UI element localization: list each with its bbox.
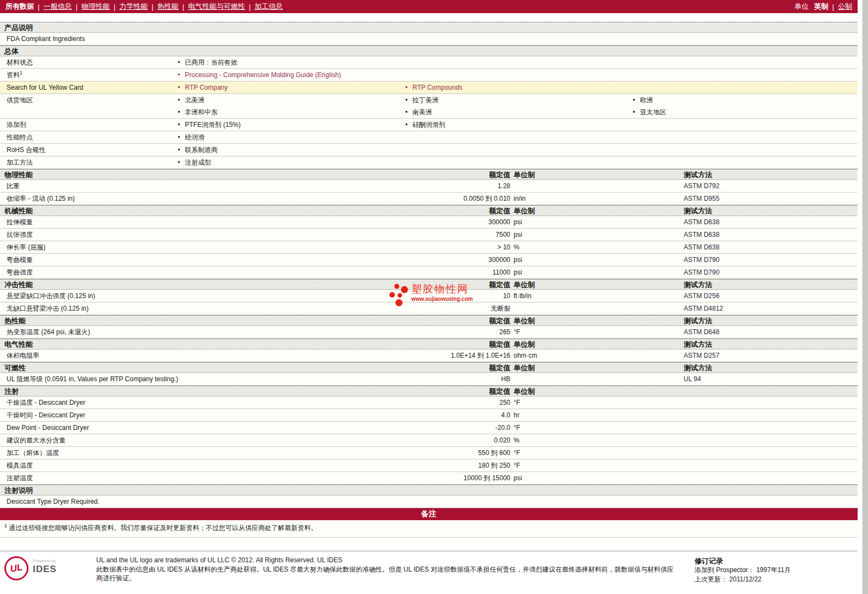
- nav-separator: |: [114, 3, 115, 11]
- test-method: ASTM D638: [684, 229, 858, 241]
- property-row: Dew Point - Desiccant Dryer -20.0 °F: [0, 422, 858, 434]
- footnote-marker: 1: [20, 70, 22, 75]
- property-row: 伸长率 (屈服) > 10 % ASTM D638: [0, 241, 858, 254]
- col-header-method: 测试方法: [684, 206, 858, 216]
- col-header-units: 单位制: [510, 316, 684, 325]
- property-value: 0.020: [428, 434, 510, 446]
- injection-note-text: Desiccant Type Dryer Required.: [7, 496, 100, 508]
- test-method: ASTM D638: [684, 216, 858, 228]
- property-row: 收缩率 - 流动 (0.125 in) 0.0050 到 0.010 in/in…: [0, 193, 858, 205]
- nav-link-mechanical[interactable]: 力学性能: [119, 2, 148, 11]
- col-header-method-empty: [684, 386, 858, 396]
- test-method: [684, 434, 858, 446]
- watermark-dots-icon: [389, 284, 410, 309]
- bullet-item: 已商用：当前有效: [175, 56, 403, 68]
- test-method: ASTM D257: [684, 350, 858, 362]
- footnote-text: 通过这些链接您能够访问供应商资料。我们尽量保证及时更新资料；不过您可以从供应商处…: [9, 524, 317, 532]
- test-method: UL 94: [684, 373, 858, 385]
- section-title: 机械性能: [0, 206, 428, 216]
- property-label: 体积电阻率: [0, 350, 428, 362]
- revision-added-line: 添加到 Prospector： 1997年11月: [695, 566, 853, 575]
- nav-link-general-info[interactable]: 一般信息: [43, 2, 72, 11]
- col-header-method: 测试方法: [684, 339, 858, 349]
- molding-guide-link[interactable]: Processing - Comprehensive Molding Guide…: [175, 69, 403, 81]
- unit-imperial[interactable]: 英制: [814, 2, 829, 11]
- nav-link-physical[interactable]: 物理性能: [81, 2, 110, 11]
- nav-link-processing[interactable]: 加工信息: [254, 2, 283, 11]
- row-label: Search for UL Yellow Card: [0, 81, 175, 94]
- top-nav: 所有数据 | 一般信息 | 物理性能 | 力学性能 | 热性能 | 电气性能与可…: [0, 0, 858, 13]
- property-row: 建议的最大水分含量 0.020 %: [0, 434, 858, 447]
- watermark-site-url: www.sujiaowuxing.com: [411, 296, 477, 302]
- test-method: [684, 422, 858, 434]
- property-label: 建议的最大水分含量: [0, 434, 428, 446]
- col-header-rated: 额定值: [428, 339, 510, 349]
- rtp-compounds-link[interactable]: RTP Compounds: [403, 81, 630, 94]
- test-method: ASTM D790: [684, 254, 858, 266]
- property-unit: °F: [510, 397, 684, 409]
- property-unit: %: [510, 241, 684, 253]
- powered-by-label: Powered by: [33, 558, 57, 564]
- section-injection-notes: 注射说明: [0, 485, 858, 496]
- bullet-item: 南美洲: [403, 106, 630, 118]
- row-label: 性能特点: [0, 131, 175, 143]
- property-unit: psi: [510, 254, 684, 266]
- property-row: 加工（熔体）温度 550 到 600 °F: [0, 447, 858, 459]
- legal-english-text: UL and the UL logo are trademarks of UL …: [96, 556, 678, 564]
- test-method: ASTM D256: [684, 290, 858, 302]
- section-thermal: 热性能 额定值 单位制 测试方法: [0, 315, 858, 326]
- ul-logo-icon: UL: [3, 555, 31, 583]
- property-row: 弯曲模量 300000 psi ASTM D790: [0, 254, 858, 266]
- property-label: 注塑温度: [0, 472, 428, 484]
- property-unit: in/in: [510, 193, 684, 205]
- col-header-units: 单位制: [510, 170, 684, 179]
- bullet-item: 非洲和中东: [175, 106, 403, 118]
- property-label: 干燥温度 - Desiccant Dryer: [0, 397, 428, 409]
- general-row-regions: 供货地区 北美洲 非洲和中东 拉丁美洲 南美洲 欧洲 亚太地区: [0, 94, 858, 119]
- property-unit: ohm·cm: [510, 350, 684, 362]
- col-header-rated: 额定值: [428, 386, 510, 396]
- scrollbar[interactable]: [862, 0, 868, 594]
- nav-separator: |: [832, 3, 834, 11]
- unit-metric-link[interactable]: 公制: [838, 2, 852, 11]
- section-title: 冲击性能: [0, 279, 428, 289]
- section-title: 总体: [0, 46, 858, 56]
- test-method: ASTM D648: [684, 326, 858, 338]
- property-label: 加工（熔体）温度: [0, 447, 428, 459]
- nav-all-data[interactable]: 所有数据: [5, 2, 34, 11]
- nav-link-electrical-flammability[interactable]: 电气性能与可燃性: [188, 2, 245, 11]
- rtp-company-link[interactable]: RTP Company: [175, 81, 403, 94]
- property-unit: ft·lb/in: [510, 290, 684, 302]
- general-row-features: 性能特点 经润滑: [0, 131, 858, 144]
- col-header-method: 测试方法: [684, 363, 858, 372]
- property-value: 10000 到 15000: [428, 472, 510, 484]
- property-row: 干燥温度 - Desiccant Dryer 250 °F: [0, 397, 858, 409]
- col-header-rated: 额定值: [428, 316, 510, 325]
- row-label: 加工方法: [0, 156, 175, 168]
- property-label: 悬壁梁缺口冲击强度 (0.125 in): [0, 290, 428, 302]
- test-method: [684, 447, 858, 459]
- footer: UL Powered by IDES UL and the UL logo ar…: [0, 551, 858, 587]
- property-row: 比重 1.28 ASTM D792: [0, 180, 858, 193]
- property-unit: °F: [510, 422, 684, 434]
- section-mechanical: 机械性能 额定值 单位制 测试方法: [0, 205, 858, 216]
- general-row-processing-method: 加工方法 注射成型: [0, 156, 858, 169]
- col-header-method: 测试方法: [684, 170, 858, 179]
- property-value: HB: [428, 373, 510, 385]
- revision-header: 修订记录: [695, 556, 853, 566]
- nav-link-thermal[interactable]: 热性能: [158, 2, 179, 11]
- property-row: 抗张强度 7500 psi ASTM D638: [0, 229, 858, 241]
- col-header-rated: 额定值: [428, 363, 510, 372]
- section-title: 物理性能: [0, 170, 428, 179]
- property-value: 7500: [428, 229, 510, 241]
- revision-updated-line: 上次更新： 2011/12/22: [695, 575, 853, 584]
- bullet-item: 拉丁美洲: [403, 94, 630, 106]
- footnote-row: 1 通过这些链接您能够访问供应商资料。我们尽量保证及时更新资料；不过您可以从供应…: [0, 520, 858, 538]
- col-header-rated: 额定值: [428, 170, 510, 179]
- injection-note-row: Desiccant Type Dryer Required.: [0, 496, 858, 508]
- col-header-rated: 额定值: [428, 206, 510, 216]
- general-row-resources: 资料1 Processing - Comprehensive Molding G…: [0, 69, 858, 81]
- watermark-site-name: 塑胶物性网: [411, 283, 477, 296]
- property-unit: °F: [510, 326, 684, 338]
- col-header-units: 单位制: [510, 386, 684, 396]
